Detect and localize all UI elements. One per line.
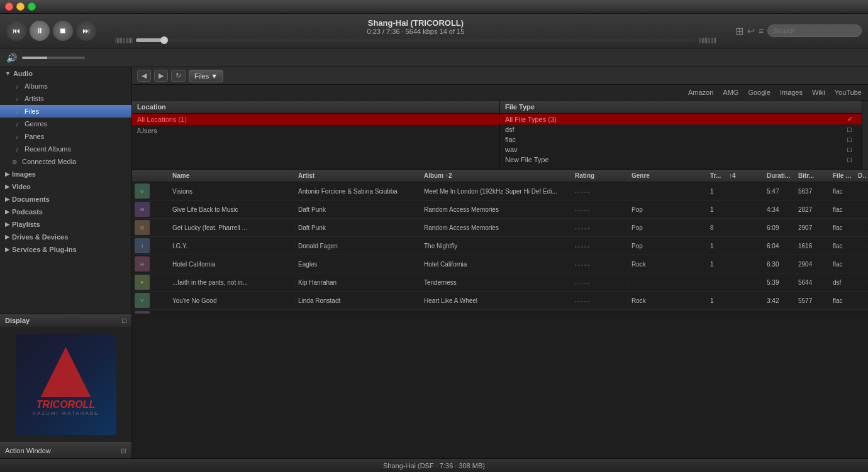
link-images[interactable]: Images: [780, 89, 803, 96]
col-artist[interactable]: Artist: [296, 170, 421, 182]
genres-icon: ♪: [13, 119, 21, 128]
filetype-new[interactable]: New File Type □: [500, 155, 862, 165]
sidebar-item-connected-media[interactable]: ⊕ Connected Media: [0, 155, 131, 168]
sidebar-section-podcasts[interactable]: ▶ Podcasts: [0, 206, 131, 218]
progress-bar[interactable]: [136, 38, 696, 42]
sidebar-section-documents[interactable]: ▶ Documents: [0, 193, 131, 206]
refresh-button[interactable]: ↻: [171, 70, 186, 82]
track-name[interactable]: You're No Good: [170, 296, 296, 305]
sidebar-section-services[interactable]: ▶ Services & Plug-ins: [0, 243, 131, 256]
sidebar-item-label: Genres: [25, 120, 47, 128]
filetype-wav[interactable]: wav □: [500, 145, 862, 155]
play-pause-button[interactable]: ⏸: [30, 21, 50, 41]
close-button[interactable]: [5, 3, 13, 11]
table-row[interactable]: F ...faith in the pants, not in... Kip H…: [132, 273, 868, 292]
track-genre: [629, 190, 708, 192]
track-filetype: flac: [830, 260, 855, 269]
track-rating[interactable]: • • • • •: [572, 241, 629, 251]
col-album[interactable]: Album ↑2: [421, 170, 572, 182]
sidebar-item-files[interactable]: ♪ Files: [0, 105, 131, 118]
sidebar-item-artists[interactable]: ♪ Artists: [0, 92, 131, 105]
link-amg[interactable]: AMG: [723, 89, 738, 96]
col-bitrate[interactable]: Bitr...: [796, 170, 830, 182]
forward-nav-button[interactable]: ▶: [154, 70, 168, 82]
track-duration: 4:34: [764, 205, 796, 214]
track-rating[interactable]: • • • • •: [572, 278, 629, 287]
display-close[interactable]: □: [122, 317, 126, 324]
stop-button[interactable]: ⏹: [53, 21, 73, 41]
track-name[interactable]: Visions: [170, 187, 296, 196]
location-item-all[interactable]: All Locations (1): [132, 114, 499, 125]
playlists-label: Playlists: [12, 221, 40, 228]
track-artist: Antonio Forcione & Sabina Sciubba: [296, 187, 421, 196]
track-name[interactable]: Hotel California: [170, 260, 296, 269]
rewind-button[interactable]: ⏮: [6, 21, 26, 41]
track-rating[interactable]: • • • • •: [572, 205, 629, 214]
sidebar-item-recent-albums[interactable]: ♪ Recent Albums: [0, 143, 131, 155]
sidebar-item-genres[interactable]: ♪ Genres: [0, 118, 131, 130]
sidebar-section-drives[interactable]: ▶ Drives & Devices: [0, 231, 131, 243]
filetype-dsf[interactable]: dsf □: [500, 124, 862, 134]
track-duration: 6:30: [764, 260, 796, 269]
link-google[interactable]: Google: [748, 89, 770, 96]
shuffle-icon: ≡: [759, 26, 764, 36]
sidebar-section-audio[interactable]: ▼ Audio: [0, 67, 131, 80]
track-col5: [726, 299, 764, 302]
location-item-users[interactable]: /Users: [132, 125, 499, 136]
col-track[interactable]: Tr...: [708, 170, 726, 182]
track-col5: [726, 281, 764, 283]
col-duration[interactable]: Durati...: [764, 170, 796, 182]
track-filetype: flac: [830, 223, 855, 233]
search-input[interactable]: [767, 25, 862, 37]
forward-button[interactable]: ⏭: [76, 21, 96, 41]
main-content: ▼ Audio ♪ Albums ♪ Artists ♪ Files ♪ Gen…: [0, 67, 868, 314]
track-bitrate: 2904: [796, 260, 830, 269]
track-album: Meet Me In London (192kHz Super Hi Def E…: [421, 187, 572, 196]
track-rating[interactable]: • • • • •: [572, 223, 629, 233]
col-filetype[interactable]: File Ty...: [830, 170, 855, 182]
table-row[interactable]: G Give Life Back to Music Daft Punk Rand…: [132, 200, 868, 219]
sidebar-section-playlists[interactable]: ▶ Playlists: [0, 218, 131, 231]
track-filetype: flac: [830, 187, 855, 196]
table-row[interactable]: I I.G.Y. Donald Fagen The Nightfly • • •…: [132, 237, 868, 255]
link-amazon[interactable]: Amazon: [688, 89, 713, 96]
track-name[interactable]: ...faith in the pants, not in...: [170, 278, 296, 287]
panes-icon: ♪: [13, 132, 21, 141]
sidebar-item-panes[interactable]: ♪ Panes: [0, 130, 131, 143]
col-rating[interactable]: Rating: [572, 170, 629, 182]
filetype-all[interactable]: All File Types (3) ✓: [500, 114, 862, 124]
link-youtube[interactable]: YouTube: [835, 89, 862, 96]
track-name[interactable]: I.G.Y.: [170, 241, 296, 251]
col-date[interactable]: Da: [855, 170, 868, 182]
track-rating[interactable]: • • • • •: [572, 187, 629, 196]
track-number: 1: [708, 296, 726, 305]
podcasts-arrow: ▶: [5, 209, 9, 215]
track-thumb-cell: I: [132, 237, 151, 255]
back-button[interactable]: ◀: [137, 70, 151, 82]
volume-slider[interactable]: [22, 57, 85, 59]
action-window-close[interactable]: ⊟: [121, 447, 126, 455]
col-sort[interactable]: ↑4: [726, 170, 764, 182]
filetype-flac[interactable]: flac □: [500, 134, 862, 145]
track-number: 1: [708, 241, 726, 251]
track-number: [708, 281, 726, 283]
link-wiki[interactable]: Wiki: [812, 89, 825, 96]
track-name[interactable]: Get Lucky (feat. Pharrell ...: [170, 223, 296, 233]
table-row[interactable]: Y You're No Good Linda Ronstadt Heart Li…: [132, 292, 868, 310]
maximize-button[interactable]: [28, 3, 36, 11]
sidebar-section-images[interactable]: ▶ Images: [0, 168, 131, 180]
col-genre[interactable]: Genre: [629, 170, 708, 182]
playlists-arrow: ▶: [5, 221, 9, 228]
table-row[interactable]: G Get Lucky (feat. Pharrell ... Daft Pun…: [132, 219, 868, 237]
files-dropdown[interactable]: Files ▼: [189, 70, 223, 82]
track-rating[interactable]: • • • • •: [572, 260, 629, 269]
track-rating[interactable]: • • • • •: [572, 296, 629, 305]
track-genre: Rock: [629, 296, 708, 305]
track-name[interactable]: Give Life Back to Music: [170, 205, 296, 214]
col-name[interactable]: Name: [170, 170, 296, 182]
minimize-button[interactable]: [16, 3, 25, 11]
sidebar-item-albums[interactable]: ♪ Albums: [0, 80, 131, 92]
table-row[interactable]: V Visions Antonio Forcione & Sabina Sciu…: [132, 182, 868, 200]
sidebar-section-video[interactable]: ▶ Video: [0, 180, 131, 193]
table-row[interactable]: H Hotel California Eagles Hotel Californ…: [132, 255, 868, 273]
